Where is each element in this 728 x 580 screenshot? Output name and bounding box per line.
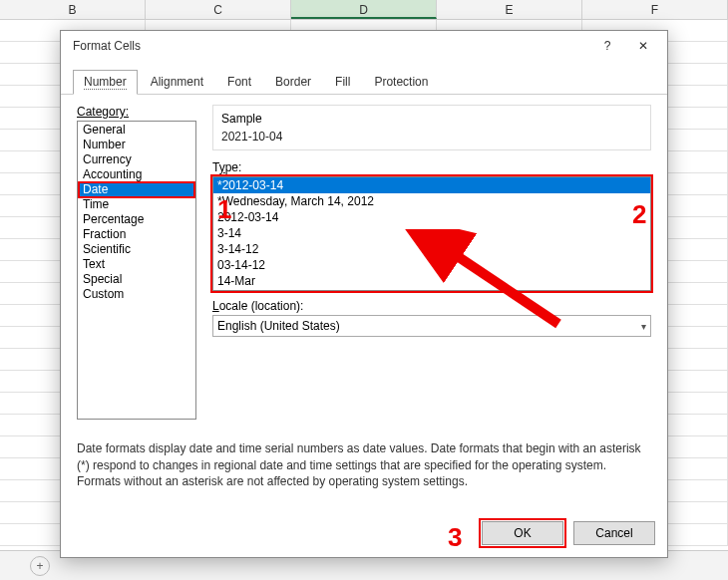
category-item[interactable]: Date (79, 182, 194, 197)
help-button[interactable]: ? (589, 32, 625, 60)
type-item[interactable]: 14-Mar (213, 273, 650, 289)
category-label: Category: (77, 105, 196, 119)
category-item[interactable]: Custom (79, 287, 194, 302)
category-item[interactable]: Accounting (79, 167, 194, 182)
cancel-button[interactable]: Cancel (573, 521, 655, 545)
column-header[interactable]: D (291, 0, 437, 19)
tab-number[interactable]: Number (73, 70, 138, 95)
column-header[interactable]: F (582, 0, 728, 19)
tab-label: Number (84, 75, 127, 90)
category-item[interactable]: Number (79, 138, 194, 152)
format-cells-dialog: Format Cells ? ✕ NumberAlignmentFontBord… (60, 30, 668, 558)
dialog-button-row: OK Cancel (61, 513, 667, 557)
type-item[interactable]: 3-14-12 (213, 241, 650, 257)
tab-font[interactable]: Font (216, 70, 262, 95)
cancel-button-label: Cancel (595, 526, 632, 540)
help-icon: ? (604, 39, 611, 53)
type-item[interactable]: 03-14-12 (213, 257, 650, 273)
plus-icon: + (36, 559, 43, 573)
tab-label: Protection (374, 75, 428, 89)
dialog-title: Format Cells (73, 39, 589, 53)
tab-border[interactable]: Border (264, 70, 322, 95)
close-icon: ✕ (638, 39, 648, 53)
sample-group: Sample 2021-10-04 (212, 105, 651, 150)
tab-strip: NumberAlignmentFontBorderFillProtection (61, 61, 667, 95)
chevron-down-icon: ▾ (641, 321, 646, 332)
locale-label: Locale (location): (212, 299, 651, 313)
category-item[interactable]: Percentage (79, 212, 194, 227)
category-item[interactable]: General (79, 123, 194, 138)
locale-dropdown[interactable]: English (United States) ▾ (212, 315, 651, 337)
ok-button[interactable]: OK (482, 521, 563, 545)
ok-button-label: OK (514, 526, 531, 540)
type-item[interactable]: 2012-03-14 (213, 209, 650, 225)
tab-label: Font (227, 75, 251, 89)
dialog-titlebar[interactable]: Format Cells ? ✕ (61, 31, 667, 61)
type-item[interactable]: 3-14 (213, 225, 650, 241)
type-item[interactable]: *2012-03-14 (213, 177, 650, 193)
sample-label: Sample (221, 112, 642, 126)
locale-value: English (United States) (217, 319, 340, 333)
type-listbox[interactable]: *2012-03-14*Wednesday, March 14, 2012201… (212, 176, 651, 291)
new-sheet-button[interactable]: + (30, 556, 50, 576)
sample-value: 2021-10-04 (221, 130, 282, 144)
column-headers: BCDEF (0, 0, 728, 20)
category-item[interactable]: Time (79, 197, 194, 212)
category-item[interactable]: Fraction (79, 227, 194, 242)
category-listbox[interactable]: GeneralNumberCurrencyAccountingDateTimeP… (77, 121, 196, 420)
column-header[interactable]: C (146, 0, 291, 19)
tab-label: Alignment (151, 75, 203, 89)
format-description: Date formats display date and time seria… (77, 429, 651, 503)
category-item[interactable]: Scientific (79, 242, 194, 257)
tab-label: Fill (335, 75, 350, 89)
tab-fill[interactable]: Fill (324, 70, 361, 95)
category-item[interactable]: Text (79, 257, 194, 272)
category-item[interactable]: Currency (79, 152, 194, 167)
type-item[interactable]: *Wednesday, March 14, 2012 (213, 193, 650, 209)
column-header[interactable]: B (0, 0, 146, 19)
tab-protection[interactable]: Protection (363, 70, 439, 95)
column-header[interactable]: E (437, 0, 582, 19)
tab-alignment[interactable]: Alignment (140, 70, 214, 95)
tab-label: Border (275, 75, 311, 89)
close-button[interactable]: ✕ (625, 32, 661, 60)
type-label: Type: (212, 160, 651, 174)
category-item[interactable]: Special (79, 272, 194, 287)
